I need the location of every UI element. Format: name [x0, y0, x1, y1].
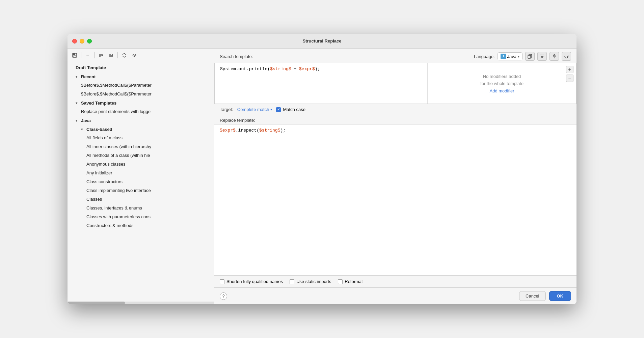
class-item-8[interactable]: Classes, interfaces & enums: [68, 204, 214, 213]
class-item-3-label: Anonymous classes: [86, 161, 126, 167]
copy-template-button[interactable]: [525, 52, 535, 61]
match-case-label: Match case: [283, 107, 305, 112]
shorten-label: Shorten fully qualified names: [226, 279, 283, 284]
help-button[interactable]: ?: [220, 292, 227, 300]
traffic-lights: [72, 39, 92, 44]
refresh-button[interactable]: [562, 52, 571, 61]
target-label: Target:: [220, 107, 233, 112]
saved-item-1-label: Replace print statements with logge: [81, 109, 151, 115]
ok-button[interactable]: OK: [549, 291, 571, 301]
target-row: Target: Complete match ▾ Match case: [214, 104, 576, 115]
replace-header: Replace template:: [214, 115, 576, 124]
saved-item-1[interactable]: Replace print statements with logge: [68, 107, 214, 116]
divider-2: [94, 52, 95, 58]
class-item-0[interactable]: All fields of a class: [68, 134, 214, 142]
class-item-4[interactable]: Any initializer: [68, 169, 214, 177]
recent-item-1[interactable]: $Before$.$MethodCall$($Parameter: [68, 81, 214, 90]
cancel-button[interactable]: Cancel: [519, 291, 545, 301]
search-code-editor[interactable]: System.out.println($string$ + $expr$);: [215, 63, 428, 104]
reformat-checkbox[interactable]: [338, 279, 343, 284]
minimize-button[interactable]: [80, 39, 84, 44]
shorten-checkbox[interactable]: [220, 279, 224, 284]
class-item-10-label: Constructors & methods: [86, 223, 133, 229]
maximize-button[interactable]: [87, 39, 92, 44]
target-dropdown[interactable]: Complete match ▾: [237, 107, 272, 112]
language-label: Language:: [474, 54, 494, 59]
class-item-9-label: Classes with parameterless cons: [86, 214, 151, 220]
svg-rect-1: [73, 53, 75, 55]
svg-rect-2: [73, 56, 76, 57]
bottom-options: Shorten fully qualified names Use static…: [214, 276, 576, 287]
saved-templates-label: Saved Templates: [81, 101, 116, 106]
collapse-button[interactable]: [130, 52, 139, 59]
search-editor-area: System.out.println($string$ + $expr$); +…: [214, 63, 576, 104]
code-suffix: );: [315, 66, 320, 72]
no-modifiers-text: No modifiers added for the whole templat…: [480, 73, 524, 87]
saved-templates-section[interactable]: ▾ Saved Templates: [68, 98, 214, 107]
left-panel: −: [68, 49, 214, 304]
svg-rect-9: [528, 55, 531, 58]
class-item-6[interactable]: Class implementing two interface: [68, 186, 214, 195]
scrollbar-thumb[interactable]: [68, 302, 125, 304]
class-item-1[interactable]: All inner classes (within hierarchy: [68, 142, 214, 151]
static-imports-checkbox-row: Use static imports: [290, 279, 331, 284]
code-var-expr: $expr$: [299, 66, 315, 72]
class-item-3[interactable]: Anonymous classes: [68, 160, 214, 169]
java-section[interactable]: ▾ Java: [68, 116, 214, 125]
add-modifier-button[interactable]: +: [566, 66, 573, 73]
class-item-0-label: All fields of a class: [86, 135, 123, 141]
pin-button[interactable]: [549, 52, 559, 61]
class-based-section[interactable]: ▾ Class-based: [68, 125, 214, 134]
footer: ? Cancel OK: [214, 287, 576, 304]
add-modifier-link[interactable]: Add modifier: [490, 88, 514, 93]
replace-template-label: Replace template:: [220, 118, 255, 123]
class-item-4-label: Any initializer: [86, 170, 112, 176]
save-template-button[interactable]: [70, 52, 79, 59]
recent-label: Recent: [81, 74, 96, 79]
horizontal-scrollbar[interactable]: [68, 302, 214, 304]
target-chevron-icon: ▾: [270, 108, 272, 111]
recent-item-2[interactable]: $Before$.$MethodCall$($Parameter: [68, 90, 214, 98]
reformat-checkbox-row: Reformat: [338, 279, 363, 284]
close-button[interactable]: [72, 39, 77, 44]
recent-item-1-label: $Before$.$MethodCall$($Parameter: [81, 82, 152, 88]
template-tree[interactable]: Draft Template ▾ Recent $Before$.$Method…: [68, 62, 214, 302]
replace-inspect: .inspect(: [236, 128, 259, 133]
replace-end: );: [280, 128, 286, 133]
structural-replace-dialog: Structural Replace −: [68, 34, 576, 304]
class-item-9[interactable]: Classes with parameterless cons: [68, 213, 214, 221]
static-imports-checkbox[interactable]: [290, 279, 294, 284]
class-item-7-label: Classes: [86, 196, 102, 202]
modifiers-panel: + − No modifiers added for the whole tem…: [428, 63, 576, 104]
main-content: −: [68, 49, 576, 304]
match-case-checkbox[interactable]: [276, 107, 281, 112]
class-item-2[interactable]: All methods of a class (within hie: [68, 151, 214, 160]
match-case-checkbox-row: Match case: [276, 107, 305, 112]
class-item-10[interactable]: Constructors & methods: [68, 221, 214, 230]
replace-var-expr: $expr$: [220, 128, 236, 133]
language-value: Java: [507, 54, 516, 59]
class-item-7[interactable]: Classes: [68, 195, 214, 204]
filter-button[interactable]: [537, 52, 547, 61]
expand-button[interactable]: [120, 52, 129, 59]
class-item-1-label: All inner classes (within hierarchy: [86, 144, 151, 150]
class-based-chevron: ▾: [81, 128, 85, 131]
dropdown-chevron-icon: ▾: [518, 55, 519, 58]
remove-button[interactable]: −: [83, 52, 92, 59]
language-area: Language: J Java ▾: [474, 52, 571, 61]
sort-asc-button[interactable]: [97, 52, 105, 59]
replace-code-editor[interactable]: $expr$.inspect($string$);: [214, 124, 576, 276]
class-item-6-label: Class implementing two interface: [86, 188, 151, 194]
recent-section[interactable]: ▾ Recent: [68, 72, 214, 81]
sort-desc-button[interactable]: [107, 52, 115, 59]
replace-area: Replace template: $expr$.inspect($string…: [214, 115, 576, 287]
code-plus: +: [291, 66, 299, 72]
footer-left: ?: [220, 292, 227, 300]
language-dropdown[interactable]: J Java ▾: [498, 52, 522, 60]
class-item-5[interactable]: Class constructors: [68, 177, 214, 186]
title-bar: Structural Replace: [68, 34, 576, 49]
saved-chevron: ▾: [76, 101, 80, 105]
footer-right: Cancel OK: [519, 291, 571, 301]
draft-template-item[interactable]: Draft Template: [68, 63, 214, 72]
remove-modifier-button[interactable]: −: [566, 75, 573, 82]
